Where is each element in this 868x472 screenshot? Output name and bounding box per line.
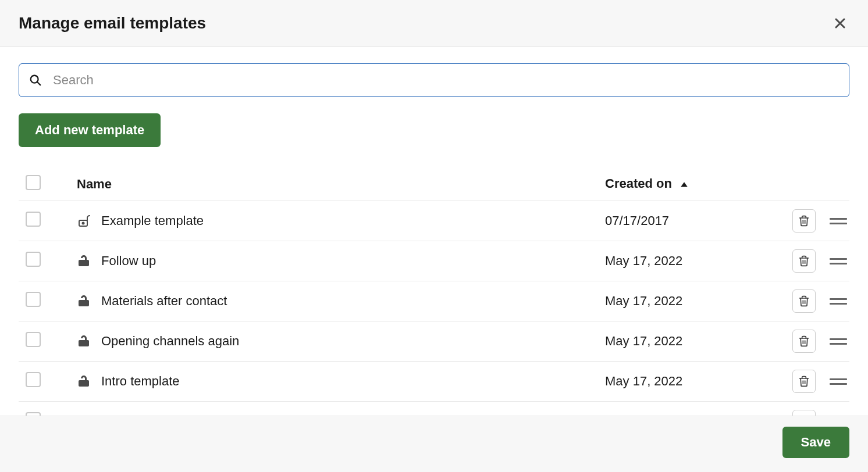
row-checkbox[interactable] <box>26 292 41 307</box>
row-actions-cell <box>756 241 849 281</box>
search-input[interactable] <box>19 63 849 97</box>
row-actions-cell <box>756 402 849 416</box>
column-header-name[interactable]: Name <box>61 168 605 201</box>
table-row: Materials after contact May 17, 2022 <box>19 281 849 321</box>
save-button[interactable]: Save <box>782 427 849 458</box>
template-name[interactable]: Follow up <box>101 253 156 269</box>
modal-title: Manage email templates <box>19 14 206 33</box>
column-header-checkbox <box>19 168 61 201</box>
trash-icon <box>798 255 810 267</box>
delete-button[interactable] <box>792 249 816 273</box>
delete-button[interactable] <box>792 209 816 233</box>
select-all-checkbox[interactable] <box>26 175 41 190</box>
row-checkbox-cell <box>19 241 61 281</box>
modal-footer: Save <box>0 416 868 472</box>
trash-icon <box>798 376 810 387</box>
row-date-cell: May 17, 2022 <box>605 241 756 281</box>
svg-point-3 <box>83 223 84 224</box>
close-icon <box>833 16 847 30</box>
row-checkbox[interactable] <box>26 372 41 387</box>
add-new-template-button[interactable]: Add new template <box>19 113 161 147</box>
drag-handle[interactable] <box>830 295 847 307</box>
row-checkbox-cell <box>19 281 61 321</box>
row-name-cell: Example template <box>61 201 605 241</box>
close-button[interactable] <box>831 14 849 33</box>
template-name[interactable]: Materials after contact <box>101 294 227 309</box>
row-date-cell: May 17, 2022 <box>605 402 756 416</box>
table-row: Follow up May 17, 2022 <box>19 241 849 281</box>
lock-open-icon <box>77 214 91 228</box>
lock-open-icon <box>77 374 91 388</box>
row-name-cell: Follow up <box>61 241 605 281</box>
row-date-cell: May 17, 2022 <box>605 281 756 321</box>
column-header-created-on[interactable]: Created on <box>605 168 756 201</box>
delete-button[interactable] <box>792 330 816 353</box>
table-row: Cold email template May 17, 2022 <box>19 402 849 416</box>
row-checkbox-cell <box>19 362 61 402</box>
row-actions-cell <box>756 201 849 241</box>
row-checkbox-cell <box>19 201 61 241</box>
modal-header: Manage email templates <box>0 0 868 47</box>
row-checkbox[interactable] <box>26 332 41 347</box>
row-name-cell: Intro template <box>61 362 605 402</box>
row-name-cell: Opening channels again <box>61 321 605 362</box>
column-header-actions <box>756 168 849 201</box>
row-name-cell: Cold email template <box>61 402 605 416</box>
row-date-cell: May 17, 2022 <box>605 321 756 362</box>
delete-button[interactable] <box>792 410 816 416</box>
row-date-cell: 07/17/2017 <box>605 201 756 241</box>
trash-icon <box>798 295 810 307</box>
row-checkbox[interactable] <box>26 212 41 227</box>
drag-handle[interactable] <box>830 335 847 347</box>
column-header-name-label: Name <box>77 177 112 191</box>
row-checkbox-cell <box>19 321 61 362</box>
search-icon <box>29 74 42 87</box>
created-on-value: May 17, 2022 <box>605 374 682 388</box>
table-row: Intro template May 17, 2022 <box>19 362 849 402</box>
template-name[interactable]: Intro template <box>101 374 180 389</box>
row-date-cell: May 17, 2022 <box>605 362 756 402</box>
modal-body: Add new template Name Created on <box>0 47 868 416</box>
trash-icon <box>798 335 810 347</box>
delete-button[interactable] <box>792 370 816 393</box>
created-on-value: May 17, 2022 <box>605 294 682 308</box>
column-header-created-on-label: Created on <box>605 176 672 191</box>
svg-marker-1 <box>681 182 688 187</box>
row-actions-cell <box>756 281 849 321</box>
lock-open-icon <box>77 254 91 268</box>
templates-table: Name Created on Example t <box>19 168 849 416</box>
template-name[interactable]: Opening channels again <box>101 334 239 349</box>
template-name[interactable]: Example template <box>101 213 204 228</box>
table-row: Opening channels again May 17, 2022 <box>19 321 849 362</box>
sort-ascending-icon <box>680 177 688 192</box>
drag-handle[interactable] <box>830 376 847 387</box>
lock-open-icon <box>77 334 91 348</box>
row-actions-cell <box>756 321 849 362</box>
drag-handle[interactable] <box>830 215 847 227</box>
row-name-cell: Materials after contact <box>61 281 605 321</box>
lock-open-icon <box>77 294 91 308</box>
table-row: Example template 07/17/2017 <box>19 201 849 241</box>
trash-icon <box>798 215 810 227</box>
created-on-value: May 17, 2022 <box>605 253 682 268</box>
delete-button[interactable] <box>792 289 816 313</box>
row-checkbox[interactable] <box>26 252 41 267</box>
created-on-value: May 17, 2022 <box>605 334 682 348</box>
drag-handle[interactable] <box>830 255 847 267</box>
created-on-value: 07/17/2017 <box>605 213 669 228</box>
search-wrapper <box>19 63 849 97</box>
row-checkbox-cell <box>19 402 61 416</box>
row-actions-cell <box>756 362 849 402</box>
